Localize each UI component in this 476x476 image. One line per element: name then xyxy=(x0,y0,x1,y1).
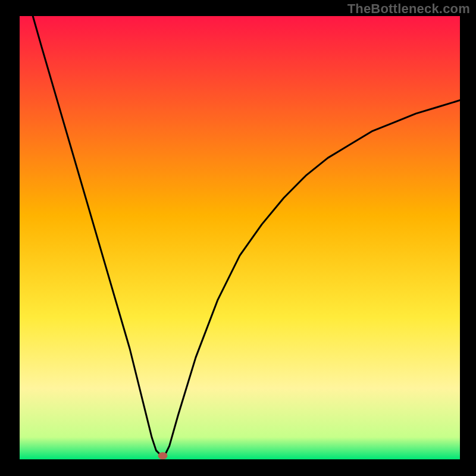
watermark-text: TheBottleneck.com xyxy=(347,1,470,17)
plot-area xyxy=(20,16,460,459)
gradient-background xyxy=(20,16,460,459)
optimal-point-marker xyxy=(158,452,168,459)
chart-frame: TheBottleneck.com xyxy=(0,0,476,476)
